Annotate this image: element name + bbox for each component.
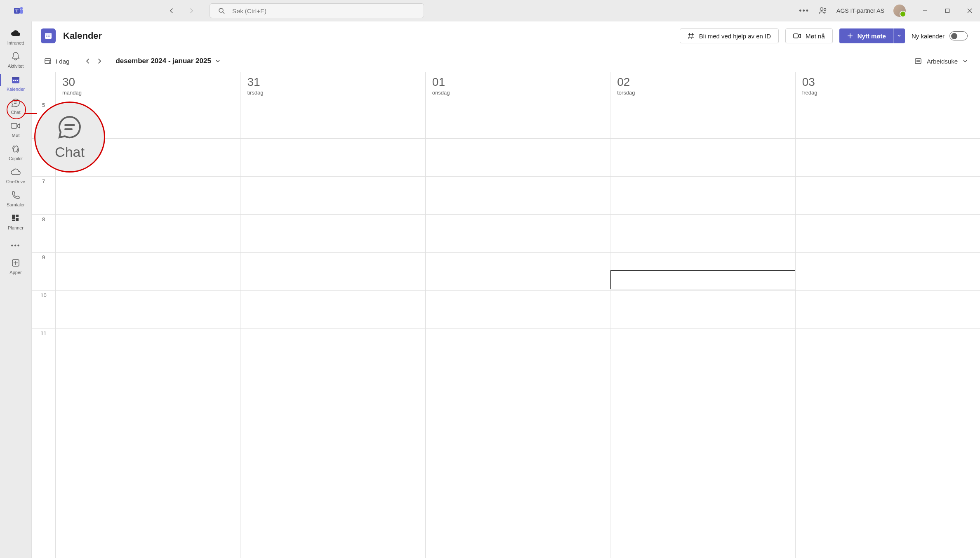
join-meeting-button[interactable]: Bli med ved hjelp av en ID	[680, 28, 779, 43]
bell-icon	[10, 51, 21, 62]
day-header[interactable]: 03fredag	[796, 72, 980, 100]
calendar-grid[interactable]: 5 7 8 9 10 11 30mandag31tirsdag01onsdag0…	[32, 72, 980, 558]
rail-item-copilot[interactable]: Copilot	[0, 140, 31, 163]
day-header[interactable]: 01onsdag	[426, 72, 610, 100]
time-label: 7	[32, 176, 55, 214]
svg-rect-3	[20, 9, 23, 14]
new-meeting-dropdown[interactable]	[893, 28, 905, 43]
main-content: Kalender Bli med ved hjelp av en ID Møt …	[32, 21, 980, 558]
selected-timeslot[interactable]	[610, 270, 795, 289]
calendar-icon	[10, 74, 21, 85]
day-name: torsdag	[617, 90, 788, 96]
rail-label: Møt	[12, 133, 20, 138]
next-week-button[interactable]	[97, 58, 102, 64]
rail-label: Kalender	[7, 87, 25, 92]
calendar-subheader: I dag desember 2024 - januar 2025 Arbeid…	[32, 50, 980, 72]
svg-rect-21	[12, 215, 15, 219]
day-number: 03	[802, 76, 973, 89]
copilot-icon	[10, 144, 21, 154]
chevron-down-icon	[963, 59, 968, 64]
view-selector[interactable]: Arbeidsuke	[914, 58, 968, 65]
phone-icon	[10, 190, 21, 201]
time-label: 11	[32, 328, 55, 366]
rail-item-kalender[interactable]: Kalender	[0, 71, 31, 94]
svg-line-33	[689, 33, 690, 39]
new-meeting-button[interactable]: Nytt møte	[839, 28, 893, 43]
rail-item-mot[interactable]: Møt	[0, 117, 31, 140]
svg-rect-42	[915, 59, 921, 64]
rail-item-samtaler[interactable]: Samtaler	[0, 187, 31, 210]
rail-label: Samtaler	[7, 202, 25, 207]
svg-point-2	[20, 7, 23, 9]
rail-label: OneDrive	[6, 179, 25, 184]
more-icon: •••	[11, 242, 21, 249]
day-header[interactable]: 30mandag	[56, 72, 240, 100]
today-button[interactable]: I dag	[44, 57, 69, 65]
svg-point-7	[824, 9, 826, 11]
day-column[interactable]: 01onsdag	[426, 72, 610, 558]
new-meeting-split-button[interactable]: Nytt møte	[839, 28, 905, 43]
svg-rect-9	[946, 9, 949, 13]
more-options-button[interactable]: •••	[799, 7, 809, 15]
callout-label: Chat	[55, 144, 85, 160]
new-calendar-toggle[interactable]: Ny kalender	[912, 31, 968, 40]
svg-rect-13	[12, 77, 19, 79]
day-header[interactable]: 31tirsdag	[240, 72, 425, 100]
rail-item-apper[interactable]: Apper	[0, 254, 31, 277]
search-icon	[218, 7, 225, 14]
date-range-picker[interactable]: desember 2024 - januar 2025	[115, 57, 220, 65]
people-icon[interactable]	[818, 6, 827, 15]
prev-week-button[interactable]	[85, 58, 91, 64]
day-name: tirsdag	[247, 90, 418, 96]
rail-item-aktivitet[interactable]: Aktivitet	[0, 48, 31, 71]
title-bar: T ••• AGS IT-partner AS	[0, 0, 980, 21]
toggle-label: Ny kalender	[912, 33, 945, 40]
window-close-button[interactable]	[964, 5, 976, 17]
plus-icon	[847, 33, 853, 39]
day-number: 01	[432, 76, 603, 89]
rail-item-onedrive[interactable]: OneDrive	[0, 163, 31, 187]
forward-button[interactable]	[186, 5, 197, 17]
day-column[interactable]: 03fredag	[796, 72, 980, 558]
back-button[interactable]	[166, 5, 177, 17]
svg-rect-16	[17, 80, 18, 81]
toggle-switch[interactable]	[949, 31, 968, 40]
cloud-filled-icon	[10, 28, 21, 39]
day-column[interactable]: 31tirsdag	[240, 72, 425, 558]
rail-label: Intranett	[7, 40, 24, 45]
svg-rect-15	[15, 80, 16, 81]
meet-now-button[interactable]: Møt nå	[785, 28, 833, 43]
day-name: fredag	[802, 90, 973, 96]
button-label: Møt nå	[806, 33, 825, 40]
video-icon	[10, 121, 21, 131]
cloud-outline-icon	[10, 167, 21, 177]
day-number: 30	[62, 76, 233, 89]
rail-item-planner[interactable]: Planner	[0, 210, 31, 233]
rail-more-button[interactable]: •••	[0, 237, 31, 254]
history-nav	[166, 5, 197, 17]
day-column[interactable]: 02torsdag	[610, 72, 795, 558]
search-bar[interactable]	[210, 3, 424, 18]
rail-label: Copilot	[9, 156, 23, 161]
button-label: I dag	[56, 58, 69, 65]
window-maximize-button[interactable]	[941, 5, 954, 17]
svg-rect-23	[16, 218, 19, 221]
rail-item-intranett[interactable]: Intranett	[0, 25, 31, 48]
date-range-label: desember 2024 - januar 2025	[115, 57, 211, 65]
window-minimize-button[interactable]	[919, 5, 931, 17]
apps-icon	[10, 258, 21, 268]
svg-point-4	[219, 8, 223, 12]
day-number: 02	[617, 76, 788, 89]
svg-text:T: T	[15, 8, 19, 13]
user-avatar[interactable]	[893, 5, 906, 17]
svg-line-34	[692, 33, 693, 39]
chat-icon	[10, 97, 21, 108]
day-header[interactable]: 02torsdag	[610, 72, 795, 100]
svg-rect-29	[45, 33, 52, 35]
chat-callout-icon	[57, 114, 82, 140]
rail-label: Planner	[8, 225, 24, 230]
day-number: 31	[247, 76, 418, 89]
search-input[interactable]	[232, 7, 415, 14]
svg-rect-22	[16, 215, 19, 217]
time-label: 8	[32, 214, 55, 252]
